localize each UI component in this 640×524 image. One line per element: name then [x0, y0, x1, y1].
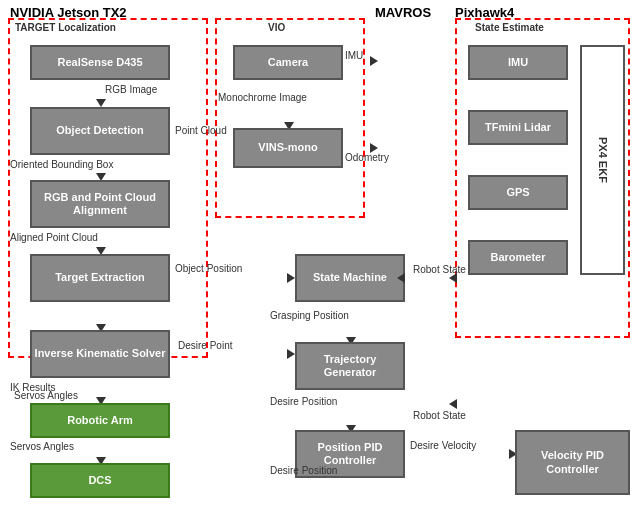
rgb-image-label: RGB Image: [105, 84, 157, 95]
odometry-label: Odometry: [345, 152, 389, 163]
state-estimate-title: State Estimate: [475, 22, 544, 33]
arrowhead-imu: [370, 56, 378, 66]
state-machine-box: State Machine: [295, 254, 405, 302]
desire-velocity-label: Desire Velocity: [410, 440, 476, 451]
object-detection-box: Object Detection: [30, 107, 170, 155]
arrow-sm-to-traj: [0, 186, 2, 224]
trajectory-generator-box: Trajectory Generator: [295, 342, 405, 390]
desire-position2-label: Desire Position: [270, 465, 337, 476]
point-cloud-label: Point Cloud: [175, 125, 227, 136]
vins-mono-box: VINS-mono: [233, 128, 343, 168]
target-extraction-box: Target Extraction: [30, 254, 170, 302]
robot-state2-label: Robot State: [413, 410, 466, 421]
arrow-object-to-rgb: [0, 24, 2, 44]
mavros-header: MAVROS: [375, 5, 431, 20]
vio-title: VIO: [268, 22, 285, 33]
arrow-arm-to-dcs: [0, 113, 2, 135]
desire-point-label: Desire Point: [178, 340, 232, 351]
grasping-position-label: Grasping Position: [270, 310, 349, 321]
arrow-realsense-to-object: [0, 0, 2, 22]
rgb-pointcloud-box: RGB and Point Cloud Alignment: [30, 180, 170, 228]
tfmini-box: TFmini Lidar: [468, 110, 568, 145]
px4-ekf-box: PX4 EKF: [580, 45, 625, 275]
arrow-traj-to-pid: [0, 224, 2, 262]
velocity-pid-box: Velocity PID Controller: [515, 430, 630, 495]
camera-box: Camera: [233, 45, 343, 80]
robot-state1-label: Robot State: [413, 264, 466, 275]
barometer-box: Barometer: [468, 240, 568, 275]
desire-position-label: Desire Position: [270, 396, 337, 407]
arrow-rgb-to-target: [0, 44, 2, 66]
gps-box: GPS: [468, 175, 568, 210]
arrowhead-rs1: [449, 273, 457, 283]
dcs-box: DCS: [30, 463, 170, 498]
inverse-kinematic-box: Inverse Kinematic Solver: [30, 330, 170, 378]
object-position-label: Object Position: [175, 263, 242, 274]
target-localization-title: TARGET Localization: [15, 22, 116, 33]
arrow-ik-to-arm: [0, 91, 2, 113]
arrowhead-rs2: [449, 399, 457, 409]
servos-angles-dcs-label: Servos Angles: [10, 441, 74, 452]
arrow-rs2-v: [0, 414, 2, 524]
arrow-camera-to-vins: [0, 135, 2, 180]
realsense-box: RealSense D435: [30, 45, 170, 80]
robotic-arm-box: Robotic Arm: [30, 403, 170, 438]
diagram: NVIDIA Jetson TX2 MAVROS Pixhawk4 TARGET…: [0, 0, 640, 524]
imu-label-flow: IMU: [345, 50, 363, 61]
aligned-point-cloud-label: Aligned Point Cloud: [10, 232, 98, 243]
arrowhead-robot-state1: [397, 273, 405, 283]
imu-box: IMU: [468, 45, 568, 80]
arrow-target-to-ik: [0, 66, 2, 91]
servos-angles-arm-label: Servos Angles: [14, 390, 78, 401]
arrowhead-desire-point: [287, 349, 295, 359]
oriented-bounding-label: Oriented Bounding Box: [10, 159, 113, 170]
arrowhead-to-object: [96, 99, 106, 107]
px4-ekf-label: PX4 EKF: [597, 137, 609, 183]
arrowhead-to-sm: [287, 273, 295, 283]
monochrome-image-label: Monochrome Image: [218, 92, 307, 103]
arrow-ekf-to-robot-state: [0, 280, 2, 410]
